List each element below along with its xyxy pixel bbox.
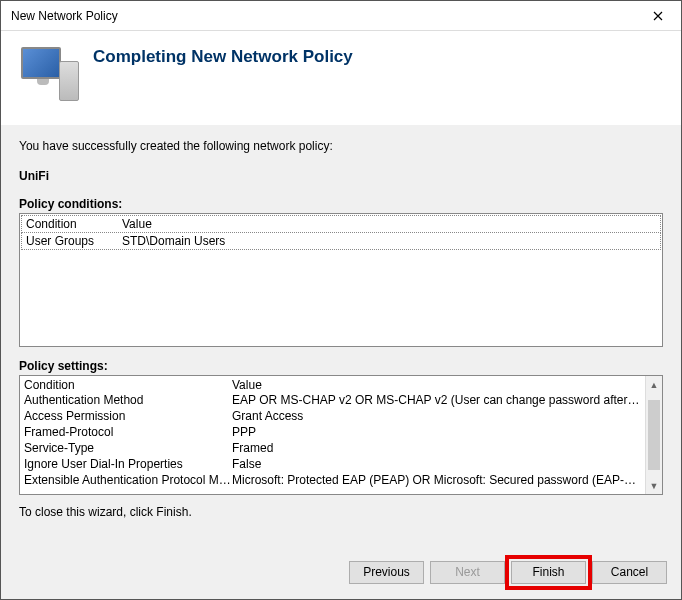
settings-table: Condition Value Authentication Method EA…: [19, 375, 663, 495]
settings-cell-value: Framed: [232, 440, 641, 456]
conditions-table: Condition Value User Groups STD\Domain U…: [19, 213, 663, 347]
wizard-body: You have successfully created the follow…: [1, 125, 681, 545]
settings-cell-condition: Framed-Protocol: [24, 424, 232, 440]
settings-cell-value: PPP: [232, 424, 641, 440]
scrollbar-thumb[interactable]: [648, 400, 660, 470]
settings-cell-value: EAP OR MS-CHAP v2 OR MS-CHAP v2 (User ca…: [232, 392, 641, 408]
conditions-cell-condition: User Groups: [26, 234, 122, 248]
settings-header-condition: Condition: [24, 378, 232, 392]
intro-text: You have successfully created the follow…: [19, 139, 663, 153]
settings-cell-condition: Extensible Authentication Protocol Metho…: [24, 472, 232, 488]
settings-row[interactable]: Extensible Authentication Protocol Metho…: [24, 472, 641, 488]
button-bar: Previous Next Finish Cancel: [1, 545, 681, 599]
policy-name: UniFi: [19, 169, 663, 183]
finish-button[interactable]: Finish: [511, 561, 586, 584]
next-button: Next: [430, 561, 505, 584]
settings-cell-value: Microsoft: Protected EAP (PEAP) OR Micro…: [232, 472, 641, 488]
scroll-up-icon[interactable]: ▲: [646, 376, 662, 393]
settings-row[interactable]: Framed-Protocol PPP: [24, 424, 641, 440]
close-button[interactable]: [635, 1, 681, 31]
closing-text: To close this wizard, click Finish.: [19, 505, 663, 519]
settings-cell-value: False: [232, 456, 641, 472]
wizard-header: Completing New Network Policy: [1, 31, 681, 125]
settings-cell-condition: Ignore User Dial-In Properties: [24, 456, 232, 472]
settings-header-row: Condition Value: [24, 378, 641, 392]
conditions-header-row: Condition Value: [21, 215, 661, 233]
conditions-cell-value: STD\Domain Users: [122, 234, 225, 248]
conditions-header-condition: Condition: [26, 217, 122, 231]
settings-cell-value: Grant Access: [232, 408, 641, 424]
settings-scrollbar[interactable]: ▲ ▼: [645, 376, 662, 494]
settings-row[interactable]: Access Permission Grant Access: [24, 408, 641, 424]
titlebar: New Network Policy: [1, 1, 681, 31]
settings-cell-condition: Authentication Method: [24, 392, 232, 408]
cancel-button[interactable]: Cancel: [592, 561, 667, 584]
wizard-icon: [19, 45, 79, 105]
settings-row[interactable]: Ignore User Dial-In Properties False: [24, 456, 641, 472]
settings-label: Policy settings:: [19, 359, 663, 373]
scroll-down-icon[interactable]: ▼: [646, 477, 662, 494]
settings-row[interactable]: Service-Type Framed: [24, 440, 641, 456]
settings-row[interactable]: Authentication Method EAP OR MS-CHAP v2 …: [24, 392, 641, 408]
previous-button[interactable]: Previous: [349, 561, 424, 584]
settings-header-value: Value: [232, 378, 262, 392]
conditions-header-value: Value: [122, 217, 152, 231]
window-title: New Network Policy: [11, 9, 118, 23]
page-title: Completing New Network Policy: [93, 47, 353, 67]
conditions-label: Policy conditions:: [19, 197, 663, 211]
settings-cell-condition: Service-Type: [24, 440, 232, 456]
conditions-row[interactable]: User Groups STD\Domain Users: [21, 233, 661, 250]
close-icon: [653, 11, 663, 21]
settings-cell-condition: Access Permission: [24, 408, 232, 424]
